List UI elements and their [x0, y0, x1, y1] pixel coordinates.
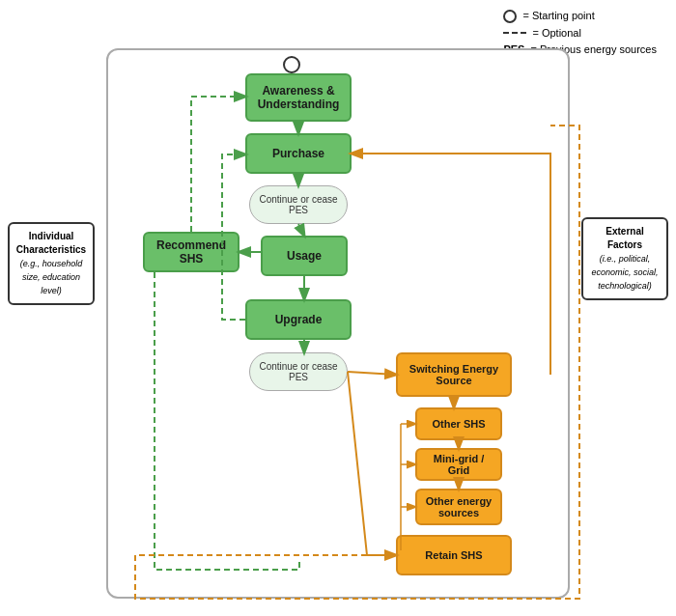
awareness-box: Awareness & Understanding	[245, 73, 352, 122]
individual-desc: (e.g., household size, education level)	[20, 259, 83, 295]
other-energy-label: Other energy sources	[421, 495, 496, 518]
purchase-box: Purchase	[245, 133, 352, 174]
legend-dashed-icon	[503, 32, 526, 34]
awareness-label: Awareness & Understanding	[251, 84, 346, 111]
mini-grid-label: Mini-grid / Grid	[421, 453, 496, 476]
legend-circle-icon	[503, 10, 517, 23]
usage-label: Usage	[287, 249, 322, 263]
start-circle	[283, 56, 300, 73]
continue-cease-pes-top: Continue or cease PES	[249, 185, 348, 224]
legend-starting-point: = Starting point	[522, 8, 594, 25]
retain-shs-box: Retain SHS	[396, 535, 512, 575]
switching-energy-box: Switching Energy Source	[396, 352, 512, 397]
upgrade-box: Upgrade	[245, 299, 352, 340]
usage-box: Usage	[261, 236, 348, 276]
legend-optional: = Optional	[532, 25, 580, 42]
continue-cease-pes-top-label: Continue or cease PES	[258, 194, 339, 215]
other-energy-box: Other energy sources	[415, 489, 502, 525]
mini-grid-box: Mini-grid / Grid	[415, 448, 502, 481]
switching-energy-label: Switching Energy Source	[402, 363, 506, 386]
individual-title: Individual Characteristics	[15, 230, 87, 257]
other-shs-label: Other SHS	[432, 418, 485, 430]
upgrade-label: Upgrade	[275, 313, 323, 326]
continue-cease-pes-bottom: Continue or cease PES	[249, 352, 348, 391]
purchase-label: Purchase	[272, 147, 324, 160]
recommend-shs-box: Recommend SHS	[143, 232, 239, 272]
individual-characteristics-box: Individual Characteristics (e.g., househ…	[8, 222, 95, 305]
external-title: External Factors	[589, 225, 661, 252]
recommend-shs-label: Recommend SHS	[149, 238, 234, 266]
other-shs-box: Other SHS	[415, 407, 502, 440]
external-factors-box: External Factors (i.e., political, econo…	[581, 217, 668, 300]
continue-cease-pes-bottom-label: Continue or cease PES	[258, 361, 339, 382]
retain-shs-label: Retain SHS	[425, 549, 482, 561]
external-desc: (i.e., political, economic, social, tech…	[591, 254, 658, 291]
